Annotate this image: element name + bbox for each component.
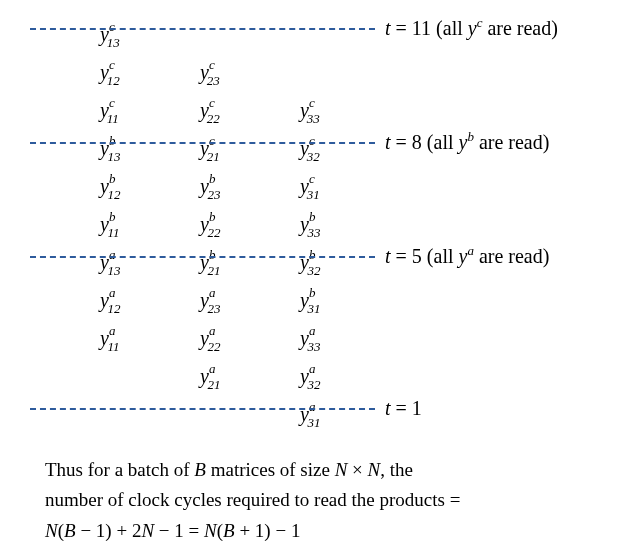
y-b-21: yb21: [200, 243, 228, 281]
y-c-21: yc21: [200, 129, 228, 167]
y-a-21: ya21: [200, 357, 228, 395]
y-b-12: yb12: [100, 167, 128, 205]
text: number of clock cycles required to read …: [45, 489, 460, 510]
times: ×: [347, 459, 367, 480]
systolic-diagram: ya11ya12ya13yb11yb12yb13yc11yc12yc13 ya2…: [60, 5, 620, 425]
var-B: B: [223, 520, 235, 541]
y-c-33: yc33: [300, 91, 328, 129]
y-b-33: yb33: [300, 205, 328, 243]
y-b-11: yb11: [100, 205, 127, 243]
var-B: B: [64, 520, 76, 541]
text: − 1) + 2: [76, 520, 142, 541]
y-c-12: yc12: [100, 53, 128, 91]
y-c-31: yc31: [300, 167, 328, 205]
y-a-13: ya13: [100, 243, 128, 281]
var-N: N: [335, 459, 348, 480]
y-a-11: ya11: [100, 319, 127, 357]
time-marker-line: [30, 142, 375, 144]
text: − 1 =: [154, 520, 204, 541]
y-a-23: ya23: [200, 281, 228, 319]
time-annotation-t8: t = 8 (all yb are read): [385, 131, 549, 154]
y-c-11: yc11: [100, 91, 127, 129]
y-c-22: yc22: [200, 91, 228, 129]
text: + 1) − 1: [235, 520, 301, 541]
y-a-12: ya12: [100, 281, 128, 319]
text: , the: [380, 459, 413, 480]
y-b-23: yb23: [200, 167, 228, 205]
y-a-22: ya22: [200, 319, 228, 357]
y-c-13: yc13: [100, 15, 128, 53]
var-N: N: [368, 459, 381, 480]
time-annotation-t5: t = 5 (all ya are read): [385, 245, 549, 268]
text: matrices of size: [206, 459, 335, 480]
y-a-33: ya33: [300, 319, 328, 357]
var-N: N: [204, 520, 217, 541]
y-a-32: ya32: [300, 357, 328, 395]
time-marker-line: [30, 28, 375, 30]
time-annotation-t11: t = 11 (all yc are read): [385, 17, 558, 40]
formula-text: Thus for a batch of B matrices of size N…: [45, 455, 605, 546]
var-B: B: [194, 459, 206, 480]
time-marker-line: [30, 256, 375, 258]
y-c-32: yc32: [300, 129, 328, 167]
y-c-23: yc23: [200, 53, 228, 91]
var-N: N: [45, 520, 58, 541]
time-annotation-t1: t = 1: [385, 397, 422, 420]
y-b-13: yb13: [100, 129, 128, 167]
text: Thus for a batch of: [45, 459, 194, 480]
y-b-32: yb32: [300, 243, 328, 281]
y-b-31: yb31: [300, 281, 328, 319]
time-marker-line: [30, 408, 375, 410]
y-b-22: yb22: [200, 205, 228, 243]
var-N: N: [141, 520, 154, 541]
y-a-31: ya31: [300, 395, 328, 433]
